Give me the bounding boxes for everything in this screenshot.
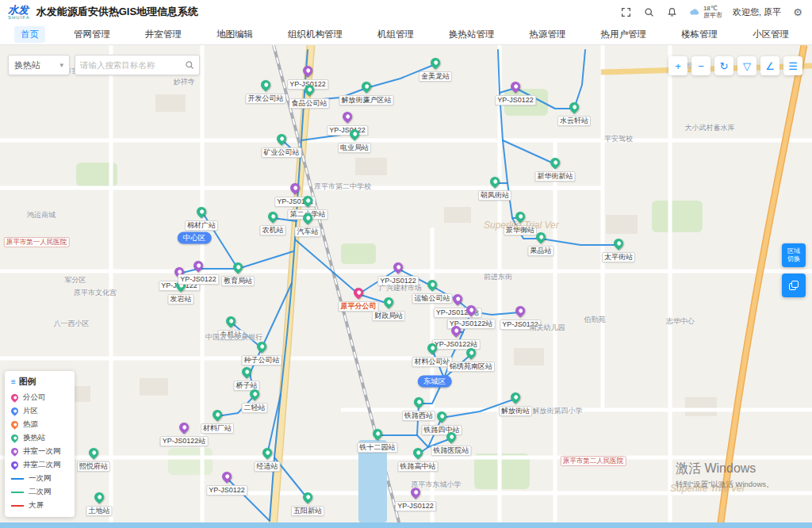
- station-label: 果品站: [528, 246, 554, 256]
- station-pin-icon[interactable]: [412, 446, 425, 460]
- legend-swatch: [10, 460, 20, 470]
- station-pin-icon[interactable]: [612, 237, 626, 251]
- weather-temp: 18℃: [703, 5, 722, 12]
- district-badge-中心区[interactable]: 中心区: [178, 232, 212, 244]
- tab-楼栋管理[interactable]: 楼栋管理: [675, 26, 724, 43]
- station-pin-icon[interactable]: [429, 56, 442, 70]
- station-label: YP-JS0122: [178, 274, 219, 285]
- map-canvas[interactable]: 开发公司站YP-JS0122食品公司站金美龙站解放街廉户区站YP-JS0122电…: [0, 45, 812, 528]
- station-pin-icon[interactable]: [87, 446, 101, 460]
- well-pin-icon[interactable]: [514, 304, 527, 318]
- chevron-down-icon: ▾: [59, 61, 63, 69]
- search-magnifier-icon[interactable]: [185, 60, 194, 70]
- legend-label: 热源: [23, 419, 38, 430]
- well-pin-icon[interactable]: [451, 293, 465, 306]
- right-tools: 区域切换: [782, 243, 806, 297]
- station-pin-icon[interactable]: [266, 210, 280, 224]
- search-type-select[interactable]: 换热站 ▾: [8, 55, 70, 75]
- district-badge-东城区[interactable]: 东城区: [418, 376, 452, 388]
- station-pin-icon[interactable]: [240, 365, 254, 379]
- place-label: 广兴建材市场: [379, 283, 422, 293]
- legend-items: 分公司片区热源换热站井室一次网井室二次网一次网二次网大屏: [11, 391, 68, 512]
- station-label: YP-JS0122: [206, 485, 247, 495]
- measure-button[interactable]: ∠: [760, 56, 779, 75]
- reset-view-button[interactable]: ↻: [714, 56, 733, 75]
- station-pin-icon[interactable]: [232, 261, 245, 274]
- tab-井室管理[interactable]: 井室管理: [139, 26, 188, 43]
- tab-机组管理[interactable]: 机组管理: [371, 26, 420, 43]
- station-pin-icon[interactable]: [382, 296, 396, 309]
- station-pin-icon[interactable]: [261, 446, 274, 460]
- station-pin-icon[interactable]: [412, 396, 426, 409]
- zoom-out-button[interactable]: −: [691, 56, 710, 75]
- legend-icon: ≡: [11, 377, 16, 386]
- station-pin-icon[interactable]: [275, 132, 289, 146]
- marker-layer: 开发公司站YP-JS0122食品公司站金美龙站解放街廉户区站YP-JS0122电…: [0, 45, 812, 528]
- station-pin-icon[interactable]: [549, 156, 562, 170]
- branch-pin-icon[interactable]: [352, 286, 366, 300]
- tab-首页[interactable]: 首页: [14, 26, 45, 43]
- well-pin-icon[interactable]: [392, 261, 405, 274]
- filter-button[interactable]: ▽: [737, 56, 756, 75]
- logo-text: 水发: [8, 5, 30, 15]
- station-pin-icon[interactable]: [426, 278, 439, 292]
- tab-地图编辑[interactable]: 地图编辑: [210, 26, 259, 43]
- station-pin-icon[interactable]: [211, 408, 224, 422]
- tab-热源管理[interactable]: 热源管理: [523, 26, 573, 43]
- station-pin-icon[interactable]: [195, 205, 209, 219]
- station-pin-icon[interactable]: [371, 427, 385, 441]
- station-pin-icon[interactable]: [224, 315, 238, 328]
- station-label: 铁路高中站: [398, 461, 439, 472]
- region-switch-button[interactable]: 区域切换: [782, 243, 806, 267]
- station-label: 铁路西站: [402, 411, 435, 421]
- station-pin-icon[interactable]: [568, 101, 581, 114]
- fullscreen-icon[interactable]: [620, 6, 633, 18]
- station-label: 土地站: [86, 506, 113, 516]
- app-header: 水发 SHUIFA 水发能源盾安供热GIS地理信息系统 18℃ 原平市 欢迎您,…: [0, 0, 812, 24]
- station-pin-icon[interactable]: [509, 391, 523, 404]
- station-pin-icon[interactable]: [435, 410, 449, 423]
- tab-小区管理[interactable]: 小区管理: [746, 26, 795, 43]
- station-label: 经适站: [255, 461, 281, 472]
- settings-gear-icon[interactable]: ⚙: [791, 6, 804, 18]
- legend-label: 分公司: [23, 392, 46, 403]
- well-pin-icon[interactable]: [192, 259, 205, 273]
- station-pin-icon[interactable]: [360, 80, 373, 94]
- notification-bell-icon[interactable]: [666, 6, 679, 18]
- station-label: 铁路四中站: [422, 425, 462, 435]
- search-icon[interactable]: [643, 6, 656, 18]
- tab-换热站管理[interactable]: 换热站管理: [442, 26, 501, 43]
- legend-item-井室二次网: 井室二次网: [11, 458, 68, 472]
- well-pin-icon[interactable]: [341, 110, 354, 124]
- station-pin-icon[interactable]: [488, 175, 502, 189]
- nav-tabs: 首页管网管理井室管理地图编辑组织机构管理机组管理换热站管理热源管理热用户管理楼栋…: [0, 24, 812, 45]
- activate-title: 激活 Windows: [676, 461, 774, 477]
- legend-swatch: [10, 406, 20, 416]
- place-label: 妙祥寺: [174, 77, 195, 87]
- well-pin-icon[interactable]: [178, 421, 191, 434]
- well-pin-icon[interactable]: [301, 64, 315, 78]
- search-input[interactable]: [80, 60, 185, 70]
- zoom-in-button[interactable]: +: [668, 56, 688, 75]
- layers-button[interactable]: ☰: [783, 56, 802, 75]
- well-pin-icon[interactable]: [220, 470, 234, 484]
- station-pin-icon[interactable]: [93, 491, 106, 504]
- tab-组织机构管理[interactable]: 组织机构管理: [282, 26, 349, 43]
- layer-switch-button[interactable]: [782, 274, 806, 297]
- legend-label: 一次网: [29, 473, 52, 484]
- station-label: 汽车站: [295, 227, 321, 237]
- station-pin-icon[interactable]: [301, 491, 315, 504]
- well-pin-icon[interactable]: [289, 182, 302, 195]
- legend-swatch: [10, 446, 20, 457]
- tab-管网管理[interactable]: 管网管理: [67, 26, 117, 43]
- station-label: 发岩站: [168, 294, 194, 304]
- place-label: 平安驾校: [604, 134, 633, 144]
- legend-label: 井室二次网: [23, 460, 61, 470]
- trial-watermark: Superlife Trial Ver: [484, 220, 559, 231]
- tab-热用户管理[interactable]: 热用户管理: [595, 26, 653, 43]
- station-label: 熙悦府站: [77, 461, 110, 472]
- legend-swatch: [11, 478, 24, 480]
- station-pin-icon[interactable]: [259, 78, 273, 92]
- station-label: 铁十二园站: [358, 442, 398, 453]
- well-pin-icon[interactable]: [509, 80, 523, 94]
